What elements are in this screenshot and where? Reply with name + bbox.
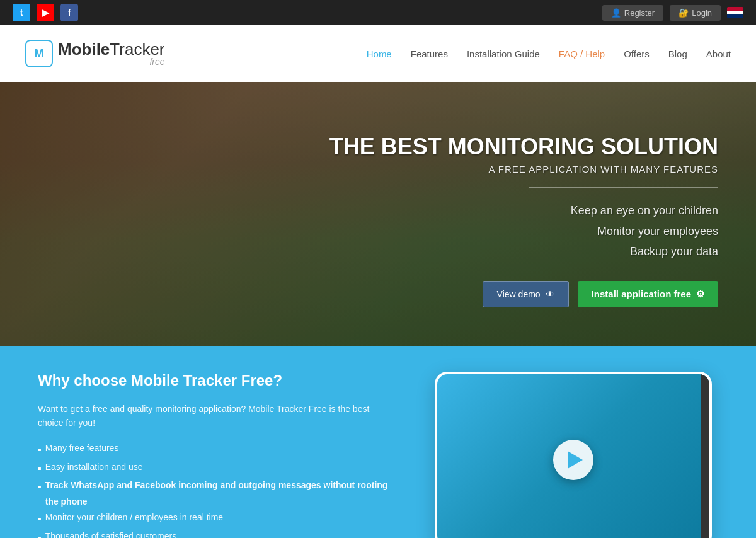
hero-buttons: View demo 👁 Install application free ⚙: [483, 281, 718, 307]
facebook-icon[interactable]: f: [60, 4, 78, 21]
main-nav: M MobileTracker free Home Features Insta…: [0, 25, 756, 82]
language-flag[interactable]: [727, 7, 743, 18]
hero-section: THE BEST MONITORING SOLUTION A FREE APPL…: [0, 82, 756, 346]
nav-blog[interactable]: Blog: [668, 49, 687, 59]
feature-item-3: Track WhatsApp and Facebook incoming and…: [38, 478, 391, 509]
blue-description: Want to get a free and quality monitorin…: [38, 402, 391, 430]
register-icon: 👤: [611, 8, 621, 18]
login-icon: 🔐: [679, 8, 689, 18]
feature-item-1: Many free features: [38, 440, 391, 459]
social-links: t ▶ f: [13, 4, 78, 21]
feature-item-2: Easy installation and use: [38, 459, 391, 478]
view-demo-button[interactable]: View demo 👁: [483, 281, 569, 307]
hero-divider: [529, 187, 718, 188]
youtube-icon[interactable]: ▶: [37, 4, 54, 21]
hero-feature-2: Monitor your employees: [571, 221, 718, 241]
features-list: Many free features Easy installation and…: [38, 440, 391, 538]
logo-free: free: [58, 57, 165, 67]
hero-subtitle: A FREE APPLICATION WITH MANY FEATURES: [488, 164, 718, 175]
feature-item-5: Thousands of satisfied customers: [38, 529, 391, 538]
gear-icon: ⚙: [696, 289, 704, 300]
top-bar: t ▶ f 👤 Register 🔐 Login: [0, 0, 756, 25]
logo[interactable]: M MobileTracker free: [25, 40, 165, 67]
blue-right: [428, 372, 718, 538]
blue-left: Why choose Mobile Tracker Free? Want to …: [38, 372, 391, 538]
play-button[interactable]: [553, 440, 593, 480]
hero-content: THE BEST MONITORING SOLUTION A FREE APPL…: [0, 82, 756, 346]
nav-links: Home Features Installation Guide FAQ / H…: [367, 49, 731, 59]
hero-features: Keep an eye on your children Monitor you…: [571, 200, 718, 261]
phone-side-bar: [701, 374, 709, 538]
install-label: Install application free: [592, 289, 691, 299]
nav-faq[interactable]: FAQ / Help: [559, 49, 605, 59]
nav-about[interactable]: About: [706, 49, 731, 59]
hero-feature-1: Keep an eye on your children: [571, 200, 718, 220]
install-button[interactable]: Install application free ⚙: [578, 281, 718, 307]
feature-item-4: Monitor your children / employees in rea…: [38, 510, 391, 529]
blue-section: Why choose Mobile Tracker Free? Want to …: [0, 346, 756, 538]
nav-offers[interactable]: Offers: [624, 49, 650, 59]
logo-icon: M: [25, 40, 53, 67]
hero-feature-3: Backup your data: [571, 241, 718, 261]
twitter-icon[interactable]: t: [13, 4, 30, 21]
eye-icon: 👁: [546, 289, 554, 299]
nav-features[interactable]: Features: [411, 49, 448, 59]
logo-name: MobileTracker: [58, 40, 165, 59]
register-button[interactable]: 👤 Register: [602, 5, 663, 21]
nav-home[interactable]: Home: [367, 49, 392, 59]
login-label: Login: [692, 8, 712, 18]
phone-screen: [437, 374, 709, 538]
logo-text: MobileTracker free: [58, 40, 165, 67]
register-label: Register: [624, 8, 655, 18]
nav-installation[interactable]: Installation Guide: [467, 49, 540, 59]
phone-mockup: [435, 372, 712, 538]
login-button[interactable]: 🔐 Login: [670, 5, 721, 21]
blue-title: Why choose Mobile Tracker Free?: [38, 372, 391, 389]
top-bar-right: 👤 Register 🔐 Login: [602, 5, 743, 21]
demo-label: View demo: [497, 289, 541, 299]
hero-title: THE BEST MONITORING SOLUTION: [329, 134, 718, 160]
